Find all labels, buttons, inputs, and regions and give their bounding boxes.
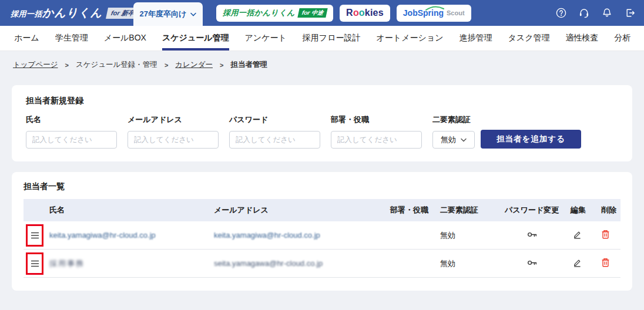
breadcrumb-calendar[interactable]: カレンダー [175, 60, 213, 70]
edit-pencil-icon[interactable] [573, 230, 582, 239]
two-factor-field-group: 二要素認証 無効 [432, 114, 475, 149]
product-switcher: 採用一括かんりくん for 中途 Rookies JobSpring Scout [216, 5, 471, 22]
name-field-label: 氏名 [26, 114, 117, 125]
chevron-down-icon [461, 138, 467, 142]
nav-item-schedule[interactable]: スケジュール管理 [162, 26, 229, 50]
rookies-letter: kies [365, 8, 384, 18]
logo-brand-big: かんりくん [42, 5, 102, 21]
breadcrumb-top-page[interactable]: トップページ [13, 60, 58, 70]
drag-handle-annotation [26, 252, 43, 275]
staff-email: keita.yamagiwa@hr-cloud.co.jp [212, 231, 388, 240]
col-password: パスワード変更 [502, 205, 568, 215]
rookies-letter: R [346, 8, 353, 18]
breadcrumb-separator: > [220, 62, 223, 69]
nav-item-home[interactable]: ホーム [14, 26, 39, 50]
delete-trash-icon[interactable] [601, 230, 610, 239]
staff-name: keita.yamagiwa@hr-cloud.co.jp [47, 231, 212, 240]
add-staff-button[interactable]: 担当者を追加する [481, 130, 581, 149]
col-name: 氏名 [47, 205, 212, 215]
headset-support-icon[interactable] [578, 7, 590, 19]
breadcrumb-current-page: 担当者管理 [230, 60, 267, 70]
col-email: メールアドレス [212, 205, 388, 215]
logo-brand-small: 採用一括 [11, 9, 42, 19]
nav-item-automation[interactable]: オートメーション [377, 26, 444, 50]
staff-register-card: 担当者新規登録 氏名 メールアドレス パスワード 部署・役職 二要素認証 無効 … [12, 85, 632, 161]
drag-handle-icon[interactable] [31, 232, 39, 239]
email-field-group: メールアドレス [128, 114, 219, 149]
name-field-group: 氏名 [26, 114, 117, 149]
staff-email: seita.yamagawa@hr-cloud.co.jp [212, 259, 388, 268]
delete-trash-icon[interactable] [601, 258, 610, 267]
product-chuto-badge: for 中途 [297, 8, 328, 18]
two-factor-label: 二要素認証 [432, 114, 475, 125]
product-rookies-button[interactable]: Rookies [340, 5, 390, 22]
drag-handle-icon[interactable] [31, 260, 39, 267]
password-reset-key-icon[interactable] [527, 259, 538, 267]
staff-table: 氏名 メールアドレス 部署・役職 二要素認証 パスワード変更 編集 削除 kei… [24, 199, 620, 278]
breadcrumb-separator: > [65, 62, 68, 69]
nav-item-survey[interactable]: アンケート [245, 26, 287, 50]
email-input[interactable] [128, 131, 219, 149]
breadcrumb-schedule-mgmt: スケジュール登録・管理 [76, 60, 157, 70]
staff-table-row: keita.yamagiwa@hr-cloud.co.jp keita.yama… [24, 221, 620, 250]
header-icon-group [555, 7, 636, 19]
col-delete: 削除 [599, 205, 620, 215]
nav-item-mailbox[interactable]: メールBOX [104, 26, 146, 50]
staff-two-factor-status: 無効 [438, 258, 502, 269]
jobspring-label: JobSpring [403, 8, 444, 18]
cohort-year-label: 27年度卒向け [140, 9, 187, 19]
jobspring-arc-icon [425, 5, 445, 11]
main-nav: ホーム 学生管理 メールBOX スケジュール管理 アンケート 採用フロー設計 オ… [0, 26, 644, 51]
staff-list-title: 担当者一覧 [24, 181, 620, 192]
chevron-down-icon [190, 12, 196, 16]
breadcrumb-separator: > [165, 62, 168, 69]
name-input[interactable] [26, 131, 117, 149]
password-field-group: パスワード [229, 114, 320, 149]
app-logo: 採用一括かんりくん for 新卒 [11, 5, 139, 21]
nav-item-aptitude[interactable]: 適性検査 [565, 26, 598, 50]
drag-handle-annotation [26, 224, 43, 247]
two-factor-selected-value: 無効 [441, 134, 456, 145]
staff-table-row: 採用事務 seita.yamagawa@hr-cloud.co.jp 無効 [24, 250, 620, 278]
logout-icon[interactable] [624, 7, 636, 19]
department-input[interactable] [331, 131, 422, 149]
staff-name: 採用事務 [47, 258, 212, 269]
notifications-bell-icon[interactable] [601, 7, 613, 19]
nav-item-progress[interactable]: 進捗管理 [459, 26, 492, 50]
help-icon[interactable] [555, 7, 567, 19]
product-kanrikun-chuto-button[interactable]: 採用一括かんりくん for 中途 [216, 5, 333, 22]
col-department: 部署・役職 [388, 205, 438, 215]
password-reset-key-icon[interactable] [527, 231, 538, 238]
cohort-year-dropdown[interactable]: 27年度卒向け [133, 2, 203, 26]
rookies-letter-o1: o [353, 8, 359, 18]
nav-item-students[interactable]: 学生管理 [55, 26, 88, 50]
col-two-factor: 二要素認証 [438, 205, 502, 215]
nav-item-tasks[interactable]: タスク管理 [508, 26, 549, 50]
department-field-label: 部署・役職 [331, 114, 422, 125]
edit-pencil-icon[interactable] [573, 258, 582, 267]
nav-item-flow-design[interactable]: 採用フロー設計 [303, 26, 361, 50]
password-field-label: パスワード [229, 114, 320, 125]
staff-two-factor-status: 無効 [438, 230, 502, 241]
rookies-letter-o2: o [359, 8, 365, 18]
staff-list-card: 担当者一覧 氏名 メールアドレス 部署・役職 二要素認証 パスワード変更 編集 … [12, 172, 632, 291]
department-field-group: 部署・役職 [331, 114, 422, 149]
jobspring-scout-label: Scout [447, 9, 465, 16]
col-edit: 編集 [568, 205, 599, 215]
breadcrumb: トップページ > スケジュール登録・管理 > カレンダー > 担当者管理 [0, 51, 644, 75]
register-form-row: 氏名 メールアドレス パスワード 部署・役職 二要素認証 無効 担当者を追加する [26, 114, 618, 149]
product-chuto-label: 採用一括かんりくん [223, 8, 295, 18]
two-factor-select[interactable]: 無効 [432, 131, 475, 149]
email-field-label: メールアドレス [128, 114, 219, 125]
password-input[interactable] [229, 131, 320, 149]
staff-table-header-row: 氏名 メールアドレス 部署・役職 二要素認証 パスワード変更 編集 削除 [24, 199, 620, 221]
register-card-title: 担当者新規登録 [26, 96, 618, 106]
product-jobspring-button[interactable]: JobSpring Scout [397, 5, 471, 22]
nav-item-analytics[interactable]: 分析 [614, 26, 630, 50]
app-header: 採用一括かんりくん for 新卒 27年度卒向け 採用一括かんりくん for 中… [0, 0, 644, 26]
